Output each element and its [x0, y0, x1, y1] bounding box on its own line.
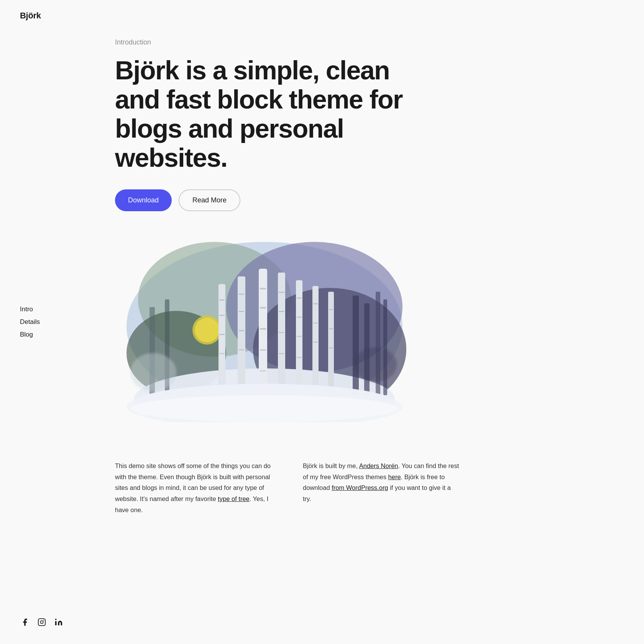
- facebook-icon[interactable]: [20, 617, 30, 627]
- svg-rect-21: [219, 299, 225, 301]
- text-column-left: This demo site shows off some of the thi…: [115, 460, 272, 516]
- svg-rect-32: [260, 307, 266, 309]
- hero-heading: Björk is a simple, clean and fast block …: [115, 56, 437, 172]
- instagram-icon[interactable]: [37, 617, 47, 627]
- svg-rect-52: [329, 328, 333, 329]
- type-of-tree-link[interactable]: type of tree: [218, 495, 250, 502]
- svg-point-10: [195, 318, 219, 342]
- svg-rect-26: [239, 294, 244, 295]
- svg-rect-42: [297, 297, 302, 299]
- svg-rect-37: [279, 292, 284, 293]
- svg-rect-38: [279, 311, 284, 312]
- svg-rect-33: [260, 328, 266, 330]
- svg-rect-34: [260, 349, 266, 351]
- svg-point-2: [43, 620, 44, 621]
- download-button[interactable]: Download: [115, 189, 172, 211]
- svg-point-1: [40, 621, 43, 623]
- anders-noren-link[interactable]: Anders Norén: [359, 462, 398, 469]
- svg-rect-48: [313, 322, 318, 324]
- svg-rect-45: [297, 357, 302, 358]
- main-content: Introduction Björk is a simple, clean an…: [115, 0, 613, 546]
- svg-rect-0: [38, 619, 45, 626]
- svg-rect-24: [219, 353, 225, 354]
- social-icons-bar: [20, 617, 64, 627]
- svg-rect-23: [219, 334, 225, 335]
- sidebar-item-details[interactable]: Details: [20, 317, 40, 327]
- text-col-right-paragraph: Björk is built by me, Anders Norén. You …: [303, 460, 460, 505]
- svg-rect-53: [329, 347, 333, 348]
- svg-point-57: [355, 347, 397, 382]
- text-columns: This demo site shows off some of the thi…: [115, 460, 460, 546]
- wordpress-org-link[interactable]: from WordPress.org: [332, 484, 388, 491]
- svg-rect-18: [383, 299, 387, 395]
- forest-illustration: [115, 238, 414, 422]
- svg-rect-27: [239, 311, 244, 312]
- text-col-left-paragraph: This demo site shows off some of the thi…: [115, 460, 272, 516]
- svg-point-55: [130, 395, 399, 422]
- svg-rect-51: [329, 309, 333, 310]
- svg-rect-29: [239, 349, 244, 350]
- themes-here-link[interactable]: here: [388, 473, 401, 480]
- read-more-button[interactable]: Read More: [179, 189, 240, 211]
- svg-point-3: [55, 619, 57, 620]
- svg-rect-47: [313, 303, 318, 304]
- svg-rect-44: [297, 336, 302, 337]
- sidebar-item-blog[interactable]: Blog: [20, 330, 40, 340]
- svg-rect-35: [260, 370, 266, 371]
- svg-rect-49: [313, 342, 318, 343]
- linkedin-icon[interactable]: [54, 617, 64, 627]
- sidebar-navigation: Intro Details Blog: [20, 304, 40, 340]
- svg-rect-39: [279, 332, 284, 333]
- svg-rect-43: [297, 317, 302, 318]
- section-label: Introduction: [115, 38, 583, 46]
- svg-rect-15: [353, 296, 359, 395]
- svg-rect-40: [279, 353, 284, 354]
- site-header: Björk: [0, 0, 644, 31]
- svg-point-56: [130, 353, 176, 391]
- sidebar-item-intro[interactable]: Intro: [20, 304, 40, 314]
- button-group: Download Read More: [115, 189, 583, 211]
- svg-rect-28: [239, 330, 244, 331]
- svg-rect-31: [260, 288, 266, 289]
- site-logo[interactable]: Björk: [20, 11, 41, 21]
- text-column-right: Björk is built by me, Anders Norén. You …: [303, 460, 460, 516]
- svg-rect-22: [219, 315, 225, 316]
